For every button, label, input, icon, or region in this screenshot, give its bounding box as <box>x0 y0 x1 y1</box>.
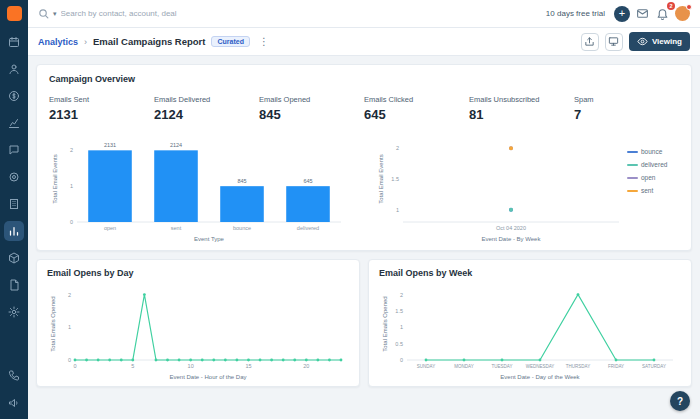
search-icon <box>38 8 49 19</box>
sidebar-item-documents[interactable] <box>4 275 24 295</box>
svg-text:MONDAY: MONDAY <box>454 364 473 369</box>
svg-text:TUESDAY: TUESDAY <box>492 364 513 369</box>
quick-add-button[interactable]: + <box>614 6 630 22</box>
sidebar-item-reports[interactable] <box>4 113 24 133</box>
more-options-button[interactable]: ⋮ <box>256 36 272 47</box>
megaphone-icon <box>8 397 20 409</box>
sidebar-item-companies[interactable] <box>4 194 24 214</box>
svg-text:Total Emails Opened: Total Emails Opened <box>382 296 388 351</box>
metric-spam: Spam 7 <box>574 95 679 122</box>
export-button[interactable] <box>581 33 599 51</box>
viewing-label: Viewing <box>652 37 682 46</box>
file-icon <box>8 279 20 291</box>
svg-text:Total Email Events: Total Email Events <box>52 154 58 203</box>
chat-icon <box>8 144 20 156</box>
email-opens-by-day-chart: 012Event Date - Hour of the DayTotal Ema… <box>47 278 349 386</box>
svg-text:open: open <box>104 225 116 231</box>
freshworks-logo[interactable] <box>7 6 22 21</box>
trial-status: 10 days free trial <box>546 9 605 18</box>
target-icon <box>8 171 20 183</box>
svg-text:2124: 2124 <box>170 142 182 148</box>
legend-label: bounce <box>641 148 662 155</box>
svg-text:SUNDAY: SUNDAY <box>417 364 435 369</box>
metric-value: 2131 <box>49 107 154 122</box>
sidebar-item-chat[interactable] <box>4 140 24 160</box>
legend-swatch <box>627 190 638 192</box>
svg-text:Oct 04 2020: Oct 04 2020 <box>496 225 526 231</box>
svg-text:1.5: 1.5 <box>391 176 399 182</box>
svg-text:FRIDAY: FRIDAY <box>608 364 624 369</box>
global-search[interactable]: ▾ <box>38 8 541 19</box>
toolbar-actions: Viewing <box>581 32 690 51</box>
svg-text:15: 15 <box>245 363 251 369</box>
email-events-by-week-chart-group: 11.52Event Date - By WeekTotal Email Eve… <box>375 126 679 248</box>
svg-text:0: 0 <box>73 363 76 369</box>
metric-emails-delivered: Emails Delivered 2124 <box>154 95 259 122</box>
metric-value: 81 <box>469 107 574 122</box>
sidebar-item-automation[interactable] <box>4 167 24 187</box>
scatter-legend: bounce delivered open sent <box>627 126 679 194</box>
legend-item-delivered[interactable]: delivered <box>627 161 679 168</box>
sidebar-item-phone[interactable] <box>4 365 24 385</box>
present-button[interactable] <box>605 33 623 51</box>
sidebar-item-accounts[interactable] <box>4 86 24 106</box>
svg-text:10: 10 <box>188 363 194 369</box>
metric-value: 7 <box>574 107 679 122</box>
user-avatar[interactable] <box>675 6 690 21</box>
email-button[interactable] <box>635 6 650 21</box>
phone-icon <box>8 369 20 381</box>
svg-text:sent: sent <box>171 225 182 231</box>
sidebar-item-contacts[interactable] <box>4 59 24 79</box>
svg-text:Event Date - Hour of the Day: Event Date - Hour of the Day <box>169 374 246 380</box>
sidebar-item-calendar[interactable] <box>4 32 24 52</box>
svg-text:Event Date - By Week: Event Date - By Week <box>482 236 542 242</box>
help-button[interactable]: ? <box>670 391 690 411</box>
legend-item-sent[interactable]: sent <box>627 187 679 194</box>
campaign-overview-card: Campaign Overview Emails Sent 2131 Email… <box>36 64 692 251</box>
sidebar-item-settings[interactable] <box>4 302 24 322</box>
svg-text:2: 2 <box>70 147 73 153</box>
chart-line-icon <box>8 117 20 129</box>
metric-label: Emails Opened <box>259 95 364 104</box>
sidebar-item-announcements[interactable] <box>4 393 24 413</box>
metric-label: Spam <box>574 95 679 104</box>
email-opens-by-week-title: Email Opens by Week <box>379 268 681 278</box>
share-icon <box>584 36 595 47</box>
email-opens-by-day-card: Email Opens by Day 012Event Date - Hour … <box>36 259 360 387</box>
search-scope-caret-icon[interactable]: ▾ <box>53 10 57 18</box>
dollar-icon <box>8 90 20 102</box>
email-events-scatter-chart: 11.52Event Date - By WeekTotal Email Eve… <box>375 126 627 248</box>
svg-text:Total Email Events: Total Email Events <box>378 154 384 203</box>
report-toolbar: Analytics › Email Campaigns Report Curat… <box>28 28 700 56</box>
sidebar-item-analytics[interactable] <box>4 221 24 241</box>
svg-text:0: 0 <box>400 357 403 363</box>
breadcrumb-analytics-link[interactable]: Analytics <box>38 37 78 47</box>
legend-item-bounce[interactable]: bounce <box>627 148 679 155</box>
notification-badge: 2 <box>667 2 675 10</box>
notifications-button[interactable]: 2 <box>655 6 670 21</box>
envelope-icon <box>636 7 649 20</box>
svg-text:845: 845 <box>237 178 246 184</box>
page-title: Email Campaigns Report <box>93 36 205 47</box>
viewing-mode-button[interactable]: Viewing <box>629 32 690 51</box>
calendar-icon <box>8 36 20 48</box>
legend-item-open[interactable]: open <box>627 174 679 181</box>
svg-text:1.5: 1.5 <box>395 308 403 314</box>
sidebar-bottom <box>4 365 24 413</box>
svg-text:0: 0 <box>68 357 71 363</box>
sidebar-item-marketplace[interactable] <box>4 248 24 268</box>
svg-text:2: 2 <box>400 292 403 298</box>
svg-text:SATURDAY: SATURDAY <box>642 364 666 369</box>
svg-text:Event Type: Event Type <box>194 236 225 242</box>
metric-emails-sent: Emails Sent 2131 <box>49 95 154 122</box>
search-input[interactable] <box>61 9 541 18</box>
svg-text:delivered: delivered <box>297 225 319 231</box>
svg-text:1: 1 <box>400 324 403 330</box>
overview-charts-row: 012Event TypeTotal Email Events2131open2… <box>49 126 679 248</box>
metric-emails-clicked: Emails Clicked 645 <box>364 95 469 122</box>
bottom-cards-row: Email Opens by Day 012Event Date - Hour … <box>36 259 692 387</box>
main-area: ▾ 10 days free trial + 2 Analytics › Ema… <box>28 0 700 419</box>
metric-value: 2124 <box>154 107 259 122</box>
svg-text:1: 1 <box>70 183 73 189</box>
legend-label: sent <box>641 187 653 194</box>
